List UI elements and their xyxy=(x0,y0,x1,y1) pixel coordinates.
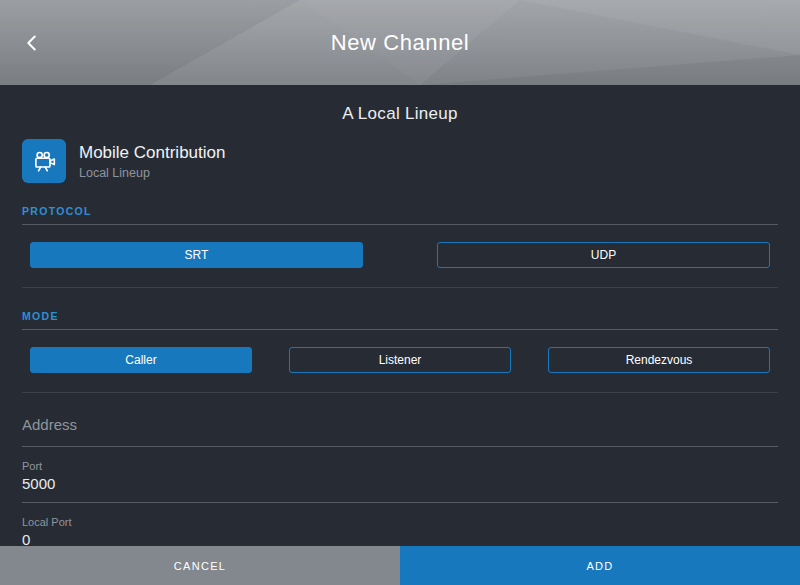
source-info: Mobile Contribution Local Lineup xyxy=(79,143,225,180)
source-row: Mobile Contribution Local Lineup xyxy=(22,139,778,183)
header: New Channel xyxy=(0,0,800,85)
local-port-input[interactable] xyxy=(22,528,778,546)
port-input[interactable] xyxy=(22,472,778,502)
chevron-left-icon xyxy=(21,32,43,54)
mode-option-caller[interactable]: Caller xyxy=(30,347,252,373)
add-button[interactable]: ADD xyxy=(400,546,800,585)
port-field: Port xyxy=(22,447,778,503)
protocol-option-srt[interactable]: SRT xyxy=(30,242,363,268)
channel-form: A Local Lineup Mobile Contribution Local… xyxy=(0,85,800,546)
address-input[interactable] xyxy=(22,407,778,446)
footer-actions: CANCEL ADD xyxy=(0,546,800,585)
port-label: Port xyxy=(22,447,778,472)
video-camera-icon xyxy=(22,139,66,183)
local-port-field: Local Port xyxy=(22,503,778,546)
source-name: Mobile Contribution xyxy=(79,143,225,163)
back-button[interactable] xyxy=(12,23,52,63)
divider xyxy=(22,287,778,288)
mode-option-listener[interactable]: Listener xyxy=(289,347,511,373)
protocol-option-udp[interactable]: UDP xyxy=(437,242,770,268)
page-title: New Channel xyxy=(331,30,470,56)
mode-section-label: MODE xyxy=(22,310,778,330)
divider xyxy=(22,392,778,393)
protocol-section-label: PROTOCOL xyxy=(22,205,778,225)
lineup-title: A Local Lineup xyxy=(0,104,800,124)
cancel-button[interactable]: CANCEL xyxy=(0,546,400,585)
source-type: Local Lineup xyxy=(79,166,225,180)
protocol-options: SRT UDP xyxy=(30,242,770,268)
address-field xyxy=(22,407,778,447)
new-channel-screen: New Channel A Local Lineup Mobile Contri… xyxy=(0,0,800,585)
local-port-label: Local Port xyxy=(22,503,778,528)
mode-options: Caller Listener Rendezvous xyxy=(30,347,770,373)
mode-option-rendezvous[interactable]: Rendezvous xyxy=(548,347,770,373)
